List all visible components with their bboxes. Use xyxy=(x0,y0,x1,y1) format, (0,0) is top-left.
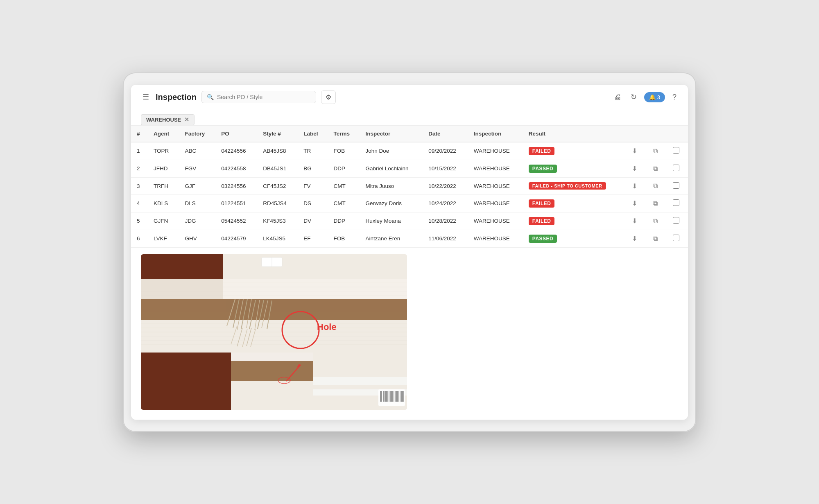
row-select-checkbox[interactable] xyxy=(673,199,679,206)
cell-date: 11/06/2022 xyxy=(423,230,468,247)
cell-style: CF45JS2 xyxy=(257,177,298,194)
result-badge: FAILED xyxy=(529,217,555,225)
cell-agent: JFHD xyxy=(148,160,179,177)
cell-inspection: WAREHOUSE xyxy=(468,230,523,247)
table-header-row: # Agent Factory PO Style # Label Terms I… xyxy=(131,126,688,142)
sweater-svg: Hole xyxy=(141,254,407,410)
col-agent: Agent xyxy=(148,126,179,142)
tab-bar: WAREHOUSE ✕ xyxy=(131,110,688,126)
col-select xyxy=(667,126,688,142)
cell-action1: ⬇ xyxy=(625,142,647,160)
row-select-checkbox[interactable] xyxy=(673,165,679,171)
cell-action1: ⬇ xyxy=(625,177,647,194)
cell-po: 01224551 xyxy=(215,194,257,212)
result-badge: PASSED xyxy=(529,235,557,243)
search-icon: 🔍 xyxy=(207,94,214,100)
row-select-checkbox[interactable] xyxy=(673,235,679,241)
cell-num: 3 xyxy=(131,177,148,194)
cell-result: PASSED xyxy=(523,230,626,247)
cell-label: DV xyxy=(298,212,328,230)
cell-inspector: Mitra Juuso xyxy=(360,177,423,194)
cell-inspector: Huxley Moana xyxy=(360,212,423,230)
cell-inspector: Aintzane Eren xyxy=(360,230,423,247)
svg-rect-10 xyxy=(313,377,407,385)
col-factory: Factory xyxy=(179,126,216,142)
cell-date: 10/22/2022 xyxy=(423,177,468,194)
download-icon[interactable]: ⬇ xyxy=(631,217,638,225)
col-date: Date xyxy=(423,126,468,142)
cell-po: 04224558 xyxy=(215,160,257,177)
cell-num: 1 xyxy=(131,142,148,160)
cell-result: FAILED xyxy=(523,212,626,230)
cell-agent: TOPR xyxy=(148,142,179,160)
download-icon[interactable]: ⬇ xyxy=(631,234,638,243)
col-num: # xyxy=(131,126,148,142)
cell-inspector: Gabriel Lochlainn xyxy=(360,160,423,177)
cell-label: EF xyxy=(298,230,328,247)
cell-result: PASSED xyxy=(523,160,626,177)
cell-po: 04224556 xyxy=(215,142,257,160)
download-icon[interactable]: ⬇ xyxy=(631,147,638,155)
copy-icon[interactable]: ⧉ xyxy=(652,234,658,243)
header-right: 🖨 ↻ 🔔 3 ? xyxy=(613,91,678,103)
cell-style: AB45JS8 xyxy=(257,142,298,160)
cell-checkbox xyxy=(667,230,688,247)
header-left: ☰ Inspection 🔍 ⚙ xyxy=(141,90,613,104)
cell-inspection: WAREHOUSE xyxy=(468,177,523,194)
cell-terms: FOB xyxy=(328,142,360,160)
copy-icon[interactable]: ⧉ xyxy=(652,164,658,173)
cell-style: DB45JS1 xyxy=(257,160,298,177)
table-row[interactable]: 1 TOPR ABC 04224556 AB45JS8 TR FOB John … xyxy=(131,142,688,160)
cell-inspection: WAREHOUSE xyxy=(468,212,523,230)
print-button[interactable]: 🖨 xyxy=(613,91,623,103)
copy-icon[interactable]: ⧉ xyxy=(652,181,658,190)
cell-action1: ⬇ xyxy=(625,230,647,247)
search-input[interactable] xyxy=(217,94,311,100)
row-select-checkbox[interactable] xyxy=(673,217,679,224)
cell-terms: CMT xyxy=(328,194,360,212)
copy-icon[interactable]: ⧉ xyxy=(652,217,658,225)
download-icon[interactable]: ⬇ xyxy=(631,182,638,190)
tab-warehouse[interactable]: WAREHOUSE ✕ xyxy=(141,114,195,125)
col-result: Result xyxy=(523,126,626,142)
table-row[interactable]: 6 LVKF GHV 04224579 LK45JS5 EF FOB Aintz… xyxy=(131,230,688,247)
download-icon[interactable]: ⬇ xyxy=(631,164,638,173)
sweater-image: Hole xyxy=(141,254,407,410)
cell-label: DS xyxy=(298,194,328,212)
image-preview-section: Hole xyxy=(131,248,688,420)
cell-action2: ⧉ xyxy=(647,142,667,160)
tab-close-icon[interactable]: ✕ xyxy=(184,117,189,122)
cell-factory: FGV xyxy=(179,160,216,177)
svg-rect-5 xyxy=(141,279,223,299)
row-select-checkbox[interactable] xyxy=(673,182,679,189)
menu-button[interactable]: ☰ xyxy=(141,91,151,103)
cell-date: 10/24/2022 xyxy=(423,194,468,212)
notification-button[interactable]: 🔔 3 xyxy=(644,92,665,102)
col-inspector: Inspector xyxy=(360,126,423,142)
table-row[interactable]: 2 JFHD FGV 04224558 DB45JS1 BG DDP Gabri… xyxy=(131,160,688,177)
cell-factory: GJF xyxy=(179,177,216,194)
copy-icon[interactable]: ⧉ xyxy=(652,199,658,208)
help-button[interactable]: ? xyxy=(671,91,678,103)
refresh-button[interactable]: ↻ xyxy=(629,91,638,103)
copy-icon[interactable]: ⧉ xyxy=(652,147,658,155)
cell-date: 10/15/2022 xyxy=(423,160,468,177)
svg-text:Hole: Hole xyxy=(317,322,337,332)
cell-inspection: WAREHOUSE xyxy=(468,160,523,177)
row-select-checkbox[interactable] xyxy=(673,147,679,154)
download-icon[interactable]: ⬇ xyxy=(631,199,638,208)
cell-agent: TRFH xyxy=(148,177,179,194)
filter-button[interactable]: ⚙ xyxy=(321,90,336,104)
cell-label: FV xyxy=(298,177,328,194)
result-badge: FAILED xyxy=(529,147,555,155)
table-row[interactable]: 5 GJFN JDG 05424552 KF45JS3 DV DDP Huxle… xyxy=(131,212,688,230)
tab-label: WAREHOUSE xyxy=(146,117,181,123)
cell-action2: ⧉ xyxy=(647,160,667,177)
table-row[interactable]: 3 TRFH GJF 03224556 CF45JS2 FV CMT Mitra… xyxy=(131,177,688,194)
table-row[interactable]: 4 KDLS DLS 01224551 RD45JS4 DS CMT Gerwa… xyxy=(131,194,688,212)
cell-checkbox xyxy=(667,177,688,194)
cell-action2: ⧉ xyxy=(647,230,667,247)
cell-agent: GJFN xyxy=(148,212,179,230)
svg-rect-7 xyxy=(141,353,231,410)
cell-num: 6 xyxy=(131,230,148,247)
